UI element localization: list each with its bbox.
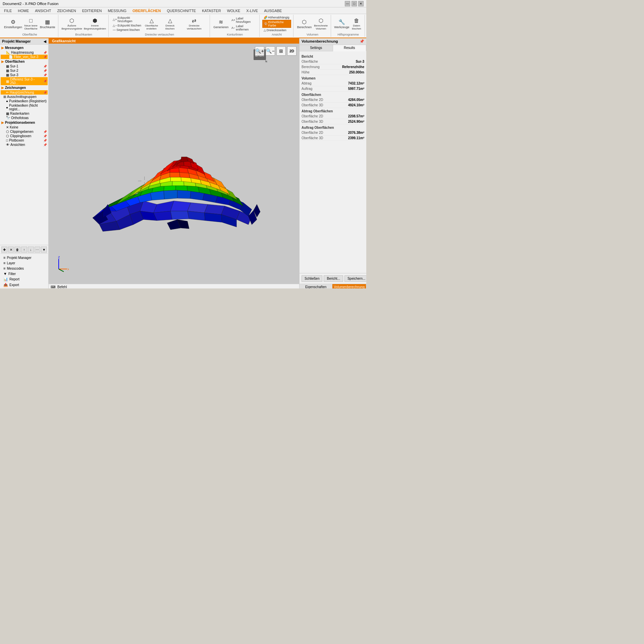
field-hoehe: Höhe 250.000m	[302, 70, 364, 75]
menu-editieren[interactable]: EDITIEREN	[79, 8, 105, 13]
viewport[interactable]: 🔍+ 🔍− ⊞ 2D BACK N	[49, 44, 299, 284]
tree-item-ausschnitt[interactable]: ⊞ Ausschnittsgruppen	[1, 95, 48, 99]
tree-item-plotboxen[interactable]: □ Plotboxen 📌	[1, 138, 48, 143]
ribbon-btn-neue-leere-oberflaeche[interactable]: □ Neue leereOberfläche	[23, 17, 39, 31]
ribbon-buttons-dreiecke: △+ Eckpunkt hinzufügen △− Eckpunkt lösch…	[111, 15, 207, 32]
pm-arrow-btn[interactable]: ▼	[41, 247, 47, 253]
ribbon-btn-dreiecksseiten[interactable]: △ Dreiecksseiten	[262, 28, 291, 32]
pin-9: 📌	[43, 135, 47, 138]
tree-section-messungen[interactable]: ▶ Messungen	[1, 45, 48, 50]
pm-bottom-projekt-manager[interactable]: ≡ Projekt Manager	[2, 255, 46, 260]
menu-home[interactable]: HOME	[15, 8, 32, 13]
viewport-tab[interactable]: Grafikansicht	[49, 38, 299, 44]
differenz-icon: ▦	[6, 79, 9, 83]
pm-bottom-export[interactable]: 📤 Export	[2, 282, 46, 288]
tree-section-projektion[interactable]: ▶ Projektionsebenen	[1, 120, 48, 125]
ribbon-btn-berechnen[interactable]: ⬡ Berechnen	[296, 18, 313, 30]
del-label-icon: A−	[231, 26, 235, 30]
ribbon-btn-label-entfernen[interactable]: A− Label entfernen	[230, 24, 257, 32]
menu-kataster[interactable]: KATASTER	[199, 8, 223, 13]
ribbon-btn-berechnete-volumen[interactable]: ⬡ BerechneteVolumen	[313, 16, 329, 31]
ribbon-btn-dreieck-loeschen[interactable]: △ Dreieck löschen	[160, 16, 180, 31]
tree-section-oberflaechen[interactable]: ▶ Oberflächen	[1, 59, 48, 64]
flkte-label: Flkte_von_Sur-3	[14, 55, 38, 59]
pm-x-btn[interactable]: ✕	[8, 247, 14, 253]
ribbon-group-label-oberflaeche: Oberfläche	[3, 32, 56, 36]
menu-file[interactable]: FILE	[1, 8, 14, 13]
menu-oberflaechen[interactable]: OBERFLÄCHEN	[130, 8, 163, 13]
tree-item-differenz[interactable]: ▦ Differenz Sur-3 - 250... 📌	[1, 77, 48, 85]
tree-item-punktwolken-reg[interactable]: ● Punktwolken (Registriert)	[1, 99, 48, 103]
tree-item-flkte[interactable]: 📄 Flkte_von_Sur-3 📌	[1, 55, 48, 59]
tree-item-orthofotoas[interactable]: 🔭 Orthofotoas	[1, 116, 48, 120]
maximize-button[interactable]: □	[352, 1, 357, 6]
pm-bottom-section: ≡ Projekt Manager ≡ Layer ≡ Messcodes ▼ …	[1, 254, 48, 288]
tree-item-sur2[interactable]: ▦ Sur-2 📌	[1, 68, 48, 73]
ribbon-btn-hoehenabhaengig[interactable]: 🌈 Höhenabhängig	[262, 15, 291, 19]
pm-bottom-layer[interactable]: ≡ Layer	[2, 260, 46, 266]
fit-button[interactable]: ⊞	[276, 46, 286, 56]
field-berechnung: Berechnung Referenzhöhe	[302, 64, 364, 70]
pm-more-btn[interactable]: ⋯	[35, 247, 41, 253]
menu-messung[interactable]: MESSUNG	[105, 8, 129, 13]
tree-item-keine[interactable]: ✕ Keine	[1, 125, 48, 129]
pm-up-btn[interactable]: ↑	[21, 247, 27, 253]
menu-ausgabe[interactable]: AUSGABE	[261, 8, 284, 13]
ribbon-btn-werkzeuge[interactable]: 🔧 Werkzeuge	[334, 18, 350, 30]
tree-item-sur1[interactable]: ▦ Sur-1 📌	[1, 64, 48, 68]
svg-marker-26	[164, 190, 177, 199]
del-segment-icon: —	[113, 28, 116, 32]
ribbon-btn-segment-loeschen[interactable]: — Segment löschen	[111, 28, 143, 32]
tab-settings[interactable]: Settings	[300, 45, 333, 51]
zoom-out-button[interactable]: 🔍−	[266, 46, 275, 56]
pm-down-btn[interactable]: ↓	[28, 247, 34, 253]
ansichten-icon: 👁	[6, 143, 9, 147]
pm-bottom-filter[interactable]: ▼ Filter	[2, 271, 46, 276]
menu-xlive[interactable]: X-LIVE	[244, 8, 261, 13]
tab-eigenschaften[interactable]: Eigenschaften	[300, 284, 332, 288]
tree-item-hauptzeichnung[interactable]: ✏ Hauptzeichnung 📌	[1, 90, 48, 95]
tab-volumenberechnung[interactable]: Volumenberechnung	[332, 284, 366, 288]
ribbon-btn-generieren[interactable]: ≋ Generieren	[213, 18, 230, 30]
ribbon-btn-innere[interactable]: ⬢ InnereBegrenzungslinien	[84, 16, 107, 31]
close-button[interactable]: ✕	[358, 1, 364, 6]
ribbon-btn-aussere[interactable]: ⬡ ÄußereBegrenzungslinie	[61, 16, 83, 31]
tree-item-ansichten[interactable]: 👁 Ansichten 📌	[1, 143, 48, 147]
pm-bottom-messcodes[interactable]: ≡ Messcodes	[2, 266, 46, 271]
minimize-button[interactable]: —	[345, 1, 350, 6]
menu-zeichnen[interactable]: ZEICHNEN	[55, 8, 79, 13]
tab-results[interactable]: Results	[333, 45, 367, 51]
tree-section-zeichnungen[interactable]: ▶ Zeichnungen	[1, 85, 48, 90]
ribbon-buttons-hilfs: 🔧 Werkzeuge 🗑 Datenlöschen	[334, 15, 363, 32]
ribbon-btn-dreiecke-vertauschen[interactable]: ⇄ Dreiecke vertauschen	[181, 16, 207, 31]
tree-item-rasterkarten[interactable]: ▦ Rasterkarten	[1, 111, 48, 116]
svg-line-113	[59, 269, 64, 272]
tree-item-punktwolken-nreg[interactable]: ● Punktwolken (Nicht regist...	[1, 103, 48, 111]
ribbon-btn-daten-loeschen[interactable]: 🗑 Datenlöschen	[351, 17, 363, 31]
ribbon-btn-bruchkante[interactable]: ▦ Bruchkante	[39, 18, 56, 30]
zoom-in-button[interactable]: 🔍+	[255, 46, 264, 56]
pm-del-btn[interactable]: 🗑	[14, 247, 20, 253]
menu-querschnitte[interactable]: QUERSCHNITTE	[164, 8, 199, 13]
ribbon-btn-label-hinzufuegen[interactable]: A+ Label hinzufügen	[230, 16, 257, 24]
ribbon-btn-eckpunkt-loeschen[interactable]: △− Eckpunkt löschen	[111, 23, 143, 28]
ribbon-btn-einheitliche-farbe[interactable]: 🎨 Einheitliche Farbe	[262, 20, 291, 28]
tree-item-clippingebenen[interactable]: ⬡ Clippingebenen 📌	[1, 129, 48, 134]
ribbon-group-label-bruchkanten: Bruchkanten	[61, 32, 106, 36]
schliessen-button[interactable]: Schließen	[302, 275, 322, 282]
tree-item-clippingboxen[interactable]: ⬡ Clippingboxen 📌	[1, 134, 48, 138]
bericht-button[interactable]: Bericht...	[324, 275, 343, 282]
ribbon-btn-oberflaeche-erstellen[interactable]: △ Oberflächeerstellen	[144, 16, 159, 31]
speichern-button[interactable]: Speichern...	[344, 275, 366, 282]
pm-bottom-report[interactable]: 📊 Report	[2, 276, 46, 282]
menu-ansicht[interactable]: ANSICHT	[32, 8, 54, 13]
tree-item-hauptmessung[interactable]: 📐 Hauptmessung 📌	[1, 50, 48, 55]
ribbon-btn-einstellungen[interactable]: ⚙ Einstellungen	[3, 18, 23, 30]
pm-add-btn[interactable]: ✚	[1, 247, 7, 253]
tree-item-sur3[interactable]: ▦ Sur-3 📌	[1, 73, 48, 77]
ribbon-btn-eckpunkt-hinzufuegen[interactable]: △+ Eckpunkt hinzufügen	[111, 16, 143, 23]
menu-wolke[interactable]: WOLKE	[224, 8, 243, 13]
collapse-arrow[interactable]: ◀	[44, 40, 46, 43]
svg-marker-8	[204, 204, 225, 214]
mode-2d-button[interactable]: 2D	[287, 46, 297, 56]
